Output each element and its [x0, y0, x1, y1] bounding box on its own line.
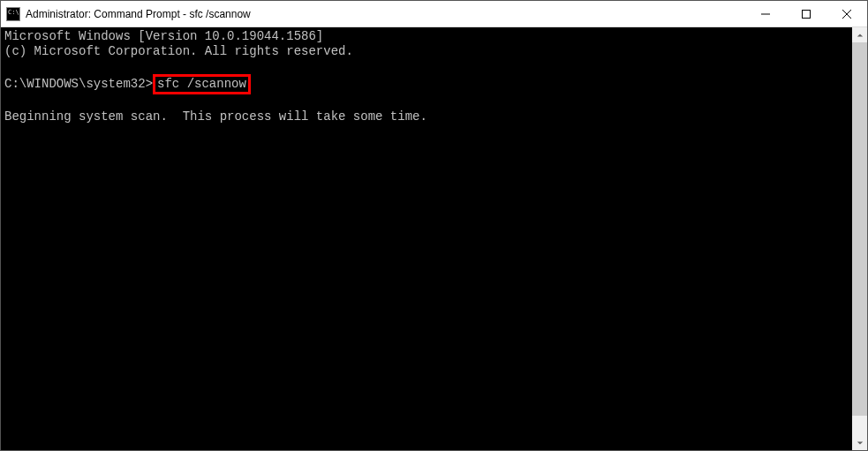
- titlebar[interactable]: Administrator: Command Prompt - sfc /sca…: [1, 1, 867, 27]
- blank-line: [4, 59, 849, 74]
- cmd-icon: [6, 7, 20, 21]
- minimize-button[interactable]: [745, 1, 786, 26]
- copyright-line: (c) Microsoft Corporation. All rights re…: [4, 44, 849, 59]
- command-line: C:\WINDOWS\system32>sfc /scannow: [4, 74, 849, 94]
- scroll-track[interactable]: [852, 42, 867, 435]
- blank-line-2: [4, 94, 849, 109]
- version-line: Microsoft Windows [Version 10.0.19044.15…: [4, 29, 849, 44]
- window-title: Administrator: Command Prompt - sfc /sca…: [26, 8, 745, 20]
- prompt-text: C:\WINDOWS\system32>: [4, 77, 153, 91]
- minimize-icon: [761, 10, 770, 19]
- scroll-down-arrow[interactable]: [852, 435, 867, 450]
- maximize-button[interactable]: [786, 1, 826, 26]
- scroll-thumb[interactable]: [852, 42, 867, 416]
- status-line: Beginning system scan. This process will…: [4, 109, 849, 124]
- close-icon: [842, 10, 851, 19]
- chevron-down-icon: [857, 440, 864, 447]
- window-controls: [745, 1, 867, 26]
- command-prompt-window: Administrator: Command Prompt - sfc /sca…: [0, 0, 868, 451]
- chevron-up-icon: [857, 32, 864, 39]
- terminal-output[interactable]: Microsoft Windows [Version 10.0.19044.15…: [1, 27, 852, 450]
- scroll-up-arrow[interactable]: [852, 27, 867, 42]
- command-highlight: sfc /scannow: [153, 74, 251, 94]
- command-text: sfc /scannow: [157, 77, 246, 91]
- svg-rect-1: [803, 10, 811, 18]
- terminal-area: Microsoft Windows [Version 10.0.19044.15…: [1, 27, 867, 450]
- vertical-scrollbar[interactable]: [852, 27, 867, 450]
- maximize-icon: [802, 10, 811, 19]
- close-button[interactable]: [826, 1, 867, 26]
